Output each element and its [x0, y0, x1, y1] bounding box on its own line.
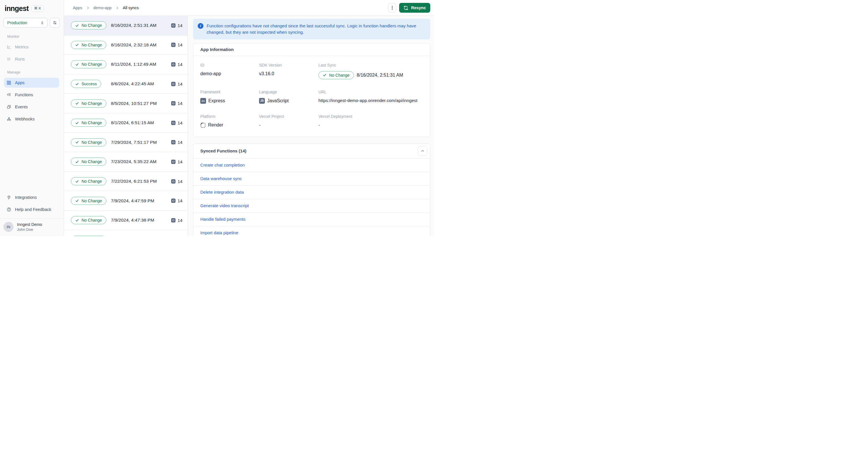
- breadcrumb-demo-app[interactable]: demo-app: [93, 5, 112, 10]
- field-sdk-version: SDK Version v3.16.0: [259, 63, 318, 79]
- sidebar-item-integrations[interactable]: Integrations: [4, 192, 59, 202]
- sidebar-item-label: Webhooks: [15, 117, 35, 121]
- app-information-body: ID demo-app SDK Version v3.16.0 Last Syn…: [193, 56, 430, 136]
- check-icon: [75, 101, 79, 105]
- function-count: 14: [171, 179, 182, 184]
- kebab-dots-icon: [390, 5, 394, 10]
- sync-status-badge: No Change: [71, 99, 106, 107]
- sync-status-badge: No Change: [71, 41, 106, 49]
- sync-list-item[interactable]: No Change 8/16/2024, 2:51:31 AM 14: [64, 16, 188, 35]
- runs-list-icon: [7, 57, 11, 61]
- resync-button[interactable]: Resync: [399, 3, 430, 13]
- sync-status-badge: No Change: [71, 216, 106, 224]
- avatar: IN: [3, 222, 13, 232]
- code-icon: [171, 101, 176, 105]
- function-row: Import data pipeline: [193, 226, 430, 236]
- app-information-title: App Information: [200, 47, 234, 52]
- last-sync-time: 8/16/2024, 2:51:31 AM: [357, 73, 403, 78]
- code-icon: [171, 121, 176, 125]
- sync-list-item[interactable]: No Change 7/22/2024, 6:21:53 PM 14: [64, 172, 188, 191]
- info-icon: i: [198, 23, 204, 29]
- sidebar-item-webhooks[interactable]: Webhooks: [4, 114, 59, 124]
- unfold-icon: [40, 21, 44, 25]
- environment-settings-button[interactable]: [50, 18, 60, 28]
- function-link[interactable]: Import data pipeline: [200, 230, 238, 235]
- sidebar-item-apps[interactable]: Apps: [4, 78, 59, 88]
- sidebar-item-events[interactable]: Events: [4, 102, 59, 112]
- function-link[interactable]: Handle failed payments: [200, 217, 246, 222]
- user-name: John Doe: [17, 227, 42, 232]
- sync-status-badge: No Change: [71, 197, 106, 205]
- sync-timestamp: 7/9/2024, 4:47:59 PM: [111, 198, 171, 203]
- sync-status-badge: No Change: [71, 119, 106, 127]
- info-banner: i Function configurations have not chang…: [193, 19, 430, 39]
- topbar-actions: Resync: [388, 3, 430, 13]
- sync-refresh-icon: [403, 5, 408, 10]
- topbar: Apps demo-app All syncs: [64, 0, 434, 16]
- function-count: 14: [171, 82, 182, 87]
- sync-list-item[interactable]: No Change 8/1/2024, 6:51:15 AM 14: [64, 113, 188, 133]
- breadcrumb-apps[interactable]: Apps: [73, 5, 82, 10]
- sidebar-spacer: [0, 125, 64, 191]
- function-count: 14: [171, 198, 182, 203]
- sidebar-item-functions[interactable]: Functions: [4, 90, 59, 100]
- code-icon: [171, 160, 176, 164]
- webhooks-icon: [7, 117, 11, 121]
- check-icon: [75, 160, 79, 164]
- more-options-button[interactable]: [388, 3, 396, 12]
- sync-list-item[interactable]: No Change 7/9/2024, 4:09:07 PM 14: [64, 230, 188, 236]
- chevron-right-icon: [86, 6, 90, 10]
- code-icon: [171, 198, 176, 203]
- function-row: Generate video transcript: [193, 199, 430, 213]
- code-icon: [171, 218, 176, 222]
- sync-list-item[interactable]: No Change 7/29/2024, 7:51:17 PM 14: [64, 133, 188, 152]
- sliders-icon: [53, 21, 57, 25]
- function-count: 14: [171, 23, 182, 28]
- field-vercel-deployment: Vercel Deployment -: [318, 114, 423, 128]
- sync-list-item[interactable]: No Change 7/9/2024, 4:47:59 PM 14: [64, 191, 188, 211]
- field-id: ID demo-app: [200, 63, 259, 79]
- sidebar-item-label: Metrics: [15, 45, 29, 49]
- sync-timestamp: 7/23/2024, 5:35:22 AM: [111, 159, 171, 164]
- function-link[interactable]: Delete integration data: [200, 190, 244, 194]
- check-icon: [75, 218, 79, 222]
- sync-list-item[interactable]: No Change 8/16/2024, 2:32:18 AM 14: [64, 35, 188, 55]
- collapse-button[interactable]: [417, 146, 427, 156]
- sync-timestamp: 7/22/2024, 6:21:53 PM: [111, 179, 171, 184]
- check-icon: [323, 73, 327, 77]
- sidebar-item-label: Help and Feedback: [15, 207, 51, 212]
- function-count: 14: [171, 159, 182, 164]
- function-count: 14: [171, 42, 182, 47]
- javascript-logo-icon: JS: [259, 98, 265, 104]
- sync-list-item[interactable]: No Change 8/5/2024, 10:51:27 PM 14: [64, 94, 188, 113]
- question-circle-icon: [7, 207, 11, 212]
- field-vercel-project: Vercel Project -: [259, 114, 318, 128]
- command-k-shortcut[interactable]: ⌘ K: [31, 5, 43, 12]
- check-icon: [75, 63, 79, 66]
- events-copy-icon: [7, 104, 11, 109]
- sync-list-item[interactable]: No Change 7/23/2024, 5:35:22 AM 14: [64, 152, 188, 172]
- function-row: Handle failed payments: [193, 213, 430, 226]
- sidebar-item-help[interactable]: Help and Feedback: [4, 204, 59, 214]
- chevron-right-icon: [115, 6, 119, 10]
- sidebar-item-metrics[interactable]: Metrics: [4, 42, 59, 52]
- app-information-card: App Information ID demo-app SDK Version …: [193, 43, 430, 137]
- sync-status-badge: No Change: [71, 60, 106, 68]
- sidebar-item-runs[interactable]: Runs: [4, 54, 59, 64]
- user-menu[interactable]: IN Inngest Demo John Doe: [0, 218, 64, 236]
- function-count: 14: [171, 62, 182, 67]
- sync-list: No Change 8/16/2024, 2:51:31 AM 14 No Ch…: [64, 16, 188, 236]
- check-icon: [75, 82, 79, 86]
- sync-list-item[interactable]: No Change 7/9/2024, 4:47:38 PM 14: [64, 211, 188, 230]
- sync-timestamp: 8/11/2024, 1:12:49 AM: [111, 62, 171, 67]
- function-link[interactable]: Generate video transcript: [200, 203, 249, 208]
- code-icon: [171, 43, 176, 47]
- environment-select[interactable]: Production: [3, 18, 48, 28]
- code-icon: [171, 179, 176, 184]
- sidebar-section-monitor: Monitor: [0, 29, 64, 41]
- function-link[interactable]: Create chat completion: [200, 162, 245, 167]
- sync-list-item[interactable]: Success 8/6/2024, 4:22:45 AM 14: [64, 74, 188, 94]
- sync-list-item[interactable]: No Change 8/11/2024, 1:12:49 AM 14: [64, 55, 188, 74]
- function-link[interactable]: Data warehouse sync: [200, 176, 242, 181]
- sync-status-badge: Success: [71, 80, 101, 88]
